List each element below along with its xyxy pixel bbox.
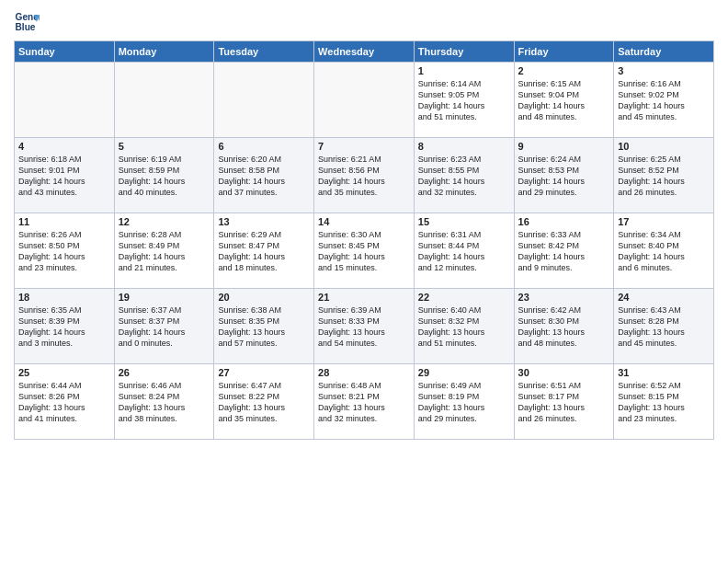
- day-number: 3: [618, 65, 710, 76]
- day-cell: 19Sunrise: 6:37 AM Sunset: 8:37 PM Dayli…: [114, 289, 214, 364]
- day-number: 2: [518, 65, 610, 76]
- day-info: Sunrise: 6:49 AM Sunset: 8:19 PM Dayligh…: [418, 380, 510, 425]
- day-number: 25: [18, 367, 110, 378]
- day-info: Sunrise: 6:37 AM Sunset: 8:37 PM Dayligh…: [119, 304, 210, 350]
- day-cell: 12Sunrise: 6:28 AM Sunset: 8:49 PM Dayli…: [114, 213, 214, 289]
- day-number: 28: [318, 367, 410, 378]
- logo-icon: General Blue: [14, 9, 40, 35]
- calendar-table: SundayMondayTuesdayWednesdayThursdayFrid…: [14, 40, 714, 440]
- day-info: Sunrise: 6:48 AM Sunset: 8:21 PM Dayligh…: [318, 380, 410, 425]
- week-row-4: 18Sunrise: 6:35 AM Sunset: 8:39 PM Dayli…: [15, 289, 714, 364]
- week-row-1: 1Sunrise: 6:14 AM Sunset: 9:05 PM Daylig…: [15, 63, 714, 138]
- day-number: 31: [618, 367, 710, 378]
- day-number: 11: [18, 216, 110, 227]
- day-number: 26: [119, 367, 210, 378]
- calendar-body: 1Sunrise: 6:14 AM Sunset: 9:05 PM Daylig…: [15, 63, 714, 440]
- day-info: Sunrise: 6:18 AM Sunset: 9:01 PM Dayligh…: [18, 154, 110, 199]
- day-info: Sunrise: 6:39 AM Sunset: 8:33 PM Dayligh…: [318, 304, 410, 350]
- header-day-monday: Monday: [114, 41, 214, 63]
- day-info: Sunrise: 6:43 AM Sunset: 8:28 PM Dayligh…: [618, 304, 710, 350]
- day-cell: 8Sunrise: 6:23 AM Sunset: 8:55 PM Daylig…: [414, 138, 514, 213]
- day-info: Sunrise: 6:25 AM Sunset: 8:52 PM Dayligh…: [618, 154, 710, 199]
- day-cell: 20Sunrise: 6:38 AM Sunset: 8:35 PM Dayli…: [214, 289, 314, 364]
- day-cell: 18Sunrise: 6:35 AM Sunset: 8:39 PM Dayli…: [15, 289, 115, 364]
- week-row-3: 11Sunrise: 6:26 AM Sunset: 8:50 PM Dayli…: [15, 213, 714, 289]
- day-info: Sunrise: 6:20 AM Sunset: 8:58 PM Dayligh…: [218, 154, 310, 199]
- header-day-thursday: Thursday: [414, 41, 514, 63]
- day-info: Sunrise: 6:42 AM Sunset: 8:30 PM Dayligh…: [518, 304, 610, 350]
- day-cell: 9Sunrise: 6:24 AM Sunset: 8:53 PM Daylig…: [514, 138, 614, 213]
- day-cell: 1Sunrise: 6:14 AM Sunset: 9:05 PM Daylig…: [414, 63, 514, 138]
- day-info: Sunrise: 6:30 AM Sunset: 8:45 PM Dayligh…: [318, 229, 410, 274]
- day-number: 14: [318, 216, 410, 227]
- day-number: 24: [618, 292, 710, 303]
- week-row-5: 25Sunrise: 6:44 AM Sunset: 8:26 PM Dayli…: [15, 364, 714, 440]
- day-cell: [15, 63, 115, 138]
- day-number: 21: [318, 292, 410, 303]
- day-cell: 14Sunrise: 6:30 AM Sunset: 8:45 PM Dayli…: [314, 213, 415, 289]
- header: General Blue: [14, 9, 714, 35]
- day-number: 15: [418, 216, 510, 227]
- day-cell: [314, 63, 415, 138]
- day-number: 27: [218, 367, 310, 378]
- day-number: 16: [518, 216, 610, 227]
- day-info: Sunrise: 6:46 AM Sunset: 8:24 PM Dayligh…: [119, 380, 210, 425]
- day-cell: [114, 63, 214, 138]
- header-row: SundayMondayTuesdayWednesdayThursdayFrid…: [15, 41, 714, 63]
- day-cell: 16Sunrise: 6:33 AM Sunset: 8:42 PM Dayli…: [514, 213, 614, 289]
- day-cell: 22Sunrise: 6:40 AM Sunset: 8:32 PM Dayli…: [414, 289, 514, 364]
- day-cell: 30Sunrise: 6:51 AM Sunset: 8:17 PM Dayli…: [514, 364, 614, 440]
- day-number: 30: [518, 367, 610, 378]
- header-day-saturday: Saturday: [614, 41, 714, 63]
- day-info: Sunrise: 6:26 AM Sunset: 8:50 PM Dayligh…: [18, 229, 110, 274]
- day-info: Sunrise: 6:19 AM Sunset: 8:59 PM Dayligh…: [119, 154, 210, 199]
- day-number: 9: [518, 141, 610, 152]
- logo: General Blue: [14, 9, 43, 35]
- day-cell: 28Sunrise: 6:48 AM Sunset: 8:21 PM Dayli…: [314, 364, 415, 440]
- day-number: 18: [18, 292, 110, 303]
- day-cell: 4Sunrise: 6:18 AM Sunset: 9:01 PM Daylig…: [15, 138, 115, 213]
- day-info: Sunrise: 6:15 AM Sunset: 9:04 PM Dayligh…: [518, 78, 610, 123]
- day-info: Sunrise: 6:35 AM Sunset: 8:39 PM Dayligh…: [18, 304, 110, 350]
- day-info: Sunrise: 6:52 AM Sunset: 8:15 PM Dayligh…: [618, 380, 710, 425]
- day-cell: 7Sunrise: 6:21 AM Sunset: 8:56 PM Daylig…: [314, 138, 415, 213]
- day-cell: 11Sunrise: 6:26 AM Sunset: 8:50 PM Dayli…: [15, 213, 115, 289]
- day-cell: 6Sunrise: 6:20 AM Sunset: 8:58 PM Daylig…: [214, 138, 314, 213]
- day-number: 6: [218, 141, 310, 152]
- day-cell: 5Sunrise: 6:19 AM Sunset: 8:59 PM Daylig…: [114, 138, 214, 213]
- day-number: 10: [618, 141, 710, 152]
- day-cell: 15Sunrise: 6:31 AM Sunset: 8:44 PM Dayli…: [414, 213, 514, 289]
- day-number: 5: [119, 141, 210, 152]
- day-cell: 24Sunrise: 6:43 AM Sunset: 8:28 PM Dayli…: [614, 289, 714, 364]
- day-cell: 26Sunrise: 6:46 AM Sunset: 8:24 PM Dayli…: [114, 364, 214, 440]
- day-info: Sunrise: 6:34 AM Sunset: 8:40 PM Dayligh…: [618, 229, 710, 274]
- header-day-wednesday: Wednesday: [314, 41, 415, 63]
- day-info: Sunrise: 6:44 AM Sunset: 8:26 PM Dayligh…: [18, 380, 110, 425]
- day-number: 4: [18, 141, 110, 152]
- day-cell: [214, 63, 314, 138]
- day-info: Sunrise: 6:33 AM Sunset: 8:42 PM Dayligh…: [518, 229, 610, 274]
- day-info: Sunrise: 6:29 AM Sunset: 8:47 PM Dayligh…: [218, 229, 310, 274]
- day-number: 8: [418, 141, 510, 152]
- day-number: 22: [418, 292, 510, 303]
- day-number: 29: [418, 367, 510, 378]
- day-cell: 17Sunrise: 6:34 AM Sunset: 8:40 PM Dayli…: [614, 213, 714, 289]
- day-info: Sunrise: 6:21 AM Sunset: 8:56 PM Dayligh…: [318, 154, 410, 199]
- day-cell: 3Sunrise: 6:16 AM Sunset: 9:02 PM Daylig…: [614, 63, 714, 138]
- svg-text:Blue: Blue: [16, 22, 36, 32]
- day-info: Sunrise: 6:47 AM Sunset: 8:22 PM Dayligh…: [218, 380, 310, 425]
- week-row-2: 4Sunrise: 6:18 AM Sunset: 9:01 PM Daylig…: [15, 138, 714, 213]
- day-cell: 2Sunrise: 6:15 AM Sunset: 9:04 PM Daylig…: [514, 63, 614, 138]
- day-number: 7: [318, 141, 410, 152]
- day-cell: 23Sunrise: 6:42 AM Sunset: 8:30 PM Dayli…: [514, 289, 614, 364]
- day-cell: 25Sunrise: 6:44 AM Sunset: 8:26 PM Dayli…: [15, 364, 115, 440]
- day-number: 17: [618, 216, 710, 227]
- day-number: 13: [218, 216, 310, 227]
- day-info: Sunrise: 6:38 AM Sunset: 8:35 PM Dayligh…: [218, 304, 310, 350]
- day-info: Sunrise: 6:16 AM Sunset: 9:02 PM Dayligh…: [618, 78, 710, 123]
- day-number: 20: [218, 292, 310, 303]
- day-info: Sunrise: 6:14 AM Sunset: 9:05 PM Dayligh…: [418, 78, 510, 123]
- header-day-friday: Friday: [514, 41, 614, 63]
- day-number: 12: [119, 216, 210, 227]
- day-cell: 27Sunrise: 6:47 AM Sunset: 8:22 PM Dayli…: [214, 364, 314, 440]
